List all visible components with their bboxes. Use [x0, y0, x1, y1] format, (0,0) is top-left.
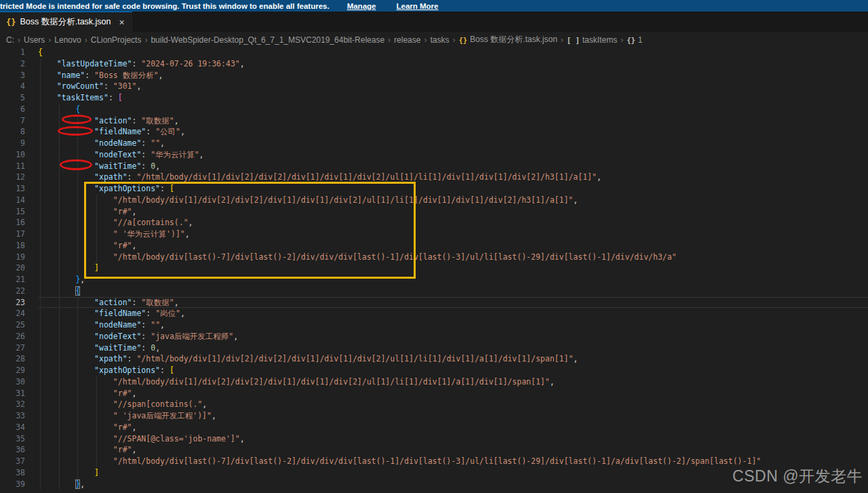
- token-str: "/html/body/div[1]/div[2]/div[2]/div[1]/…: [113, 377, 550, 387]
- breadcrumb-label: Users: [24, 35, 45, 45]
- token-str: "2024-07-26 19:36:43": [141, 59, 239, 68]
- indent-guide: [77, 229, 78, 240]
- token-pn: ,: [573, 195, 578, 205]
- line-number: 5: [0, 92, 25, 104]
- banner-learn-more-link[interactable]: Learn More: [396, 2, 438, 10]
- code-line-text: "taskItems": [: [38, 92, 868, 104]
- indent-guide: [77, 399, 78, 410]
- breadcrumb-separator-icon: ›: [18, 35, 20, 45]
- line-number: 24: [0, 308, 25, 319]
- code-line[interactable]: 28 "xpath": "/html/body/div[1]/div[2]/di…: [0, 353, 868, 365]
- code-line[interactable]: 2 "lastUpdateTime": "2024-07-26 19:36:43…: [0, 58, 868, 70]
- token-b1: ]: [94, 468, 99, 477]
- code-line[interactable]: 36 "r#",: [0, 444, 868, 456]
- token-pn: :: [141, 150, 151, 159]
- indent-guide: [59, 297, 60, 309]
- code-line[interactable]: 9 "nodeName": "",: [0, 138, 868, 149]
- tab-close-icon[interactable]: ×: [119, 18, 125, 27]
- code-line-text: "nodeText": "华为云计算",: [38, 149, 868, 161]
- indent-guide: [77, 172, 78, 183]
- indent-guide: [59, 365, 60, 376]
- token-str: "": [151, 138, 160, 148]
- indent-guide: [40, 467, 41, 479]
- indent-guide: [77, 183, 78, 195]
- breadcrumb-item[interactable]: CLionProjects: [91, 35, 142, 45]
- breadcrumb-separator-icon: ›: [424, 35, 427, 45]
- code-line[interactable]: 5 "taskItems": [: [0, 92, 868, 104]
- token-key: "rowCount": [57, 81, 104, 91]
- json-object-icon: {}: [458, 36, 467, 44]
- tab-boss-task-json[interactable]: {} Boss 数据分析.task.json ×: [0, 12, 132, 32]
- indent-guide: [40, 252, 41, 263]
- code-line[interactable]: 10 "nodeText": "华为云计算",: [0, 149, 868, 161]
- banner-manage-link[interactable]: Manage: [347, 2, 376, 10]
- code-line[interactable]: 29 "xpathOptions": [: [0, 365, 868, 376]
- indent-guide: [77, 331, 78, 342]
- yellow-rectangle-annotation: [84, 182, 416, 279]
- code-line[interactable]: 34 "r#",: [0, 422, 868, 433]
- breadcrumb-item[interactable]: Users: [24, 35, 45, 45]
- code-line[interactable]: 30 "/html/body/div[1]/div[2]/div[2]/div[…: [0, 376, 868, 388]
- indent-guide: [77, 240, 78, 252]
- breadcrumb-item[interactable]: tasks: [430, 35, 449, 45]
- code-line-text: "//span[contains(.",: [38, 399, 868, 410]
- token-key: "xpath": [94, 354, 127, 363]
- line-number: 7: [0, 115, 25, 127]
- indent-guide: [40, 195, 41, 206]
- code-line[interactable]: 35 "//SPAN[@class='job-name']",: [0, 433, 868, 445]
- token-pn: :: [104, 81, 113, 91]
- indent-guide: [96, 456, 97, 467]
- code-line[interactable]: 22 {: [0, 285, 868, 297]
- breadcrumb-item[interactable]: {}Boss 数据分析.task.json: [458, 34, 557, 45]
- code-line-text: {: [38, 285, 868, 297]
- token-str: "华为云计算": [151, 150, 199, 159]
- code-line[interactable]: 1{: [0, 47, 868, 58]
- token-str: "/html/body/div[last()-7]/div[last()-2]/…: [113, 456, 761, 466]
- line-number: 4: [0, 81, 25, 92]
- line-number: 6: [0, 104, 25, 115]
- indent-guide: [40, 81, 41, 92]
- code-line[interactable]: 25 "nodeName": "",: [0, 319, 868, 331]
- indent-guide: [59, 444, 60, 456]
- code-line[interactable]: 31 "r#",: [0, 388, 868, 399]
- indent-guide: [77, 262, 78, 274]
- breadcrumb-item[interactable]: build-WebSpider-Desktop_Qt_6_7_1_MSVC201…: [151, 35, 384, 45]
- code-line[interactable]: 3 "name": "Boss 数据分析",: [0, 70, 868, 81]
- token-key: "waitTime": [94, 161, 141, 171]
- token-b2: [: [118, 93, 123, 102]
- code-line[interactable]: 32 "//span[contains(.",: [0, 399, 868, 410]
- indent-guide: [40, 183, 41, 195]
- code-line-text: "action": "取数据",: [38, 297, 868, 309]
- indent-guide: [77, 297, 78, 309]
- code-line[interactable]: 7 "action": "取数据",: [0, 115, 868, 127]
- line-number: 3: [0, 70, 25, 81]
- code-line[interactable]: 24 "fieldName": "岗位",: [0, 308, 868, 319]
- code-line-text: "fieldName": "岗位",: [38, 308, 868, 319]
- breadcrumb-item[interactable]: release: [394, 35, 420, 45]
- breadcrumb-item[interactable]: {}1: [627, 35, 642, 45]
- breadcrumb-item[interactable]: [ ]taskItems: [567, 35, 617, 45]
- breadcrumb-item[interactable]: Lenovo: [54, 35, 81, 45]
- code-line[interactable]: 27 "waitTime": 0,: [0, 342, 868, 354]
- token-pn: :: [132, 59, 141, 68]
- indent-guide: [59, 262, 60, 274]
- code-line[interactable]: 23 "action": "取数据",: [0, 297, 868, 309]
- code-line-text: "lastUpdateTime": "2024-07-26 19:36:43",: [38, 58, 868, 70]
- breadcrumb-item[interactable]: C:: [6, 35, 14, 45]
- tab-title: Boss 数据分析.task.json: [20, 16, 111, 28]
- token-pn: ,: [199, 150, 204, 159]
- breadcrumb-label: C:: [6, 35, 14, 45]
- code-line[interactable]: 6 {: [0, 104, 868, 115]
- line-number: 17: [0, 229, 25, 240]
- token-str: "": [151, 320, 160, 330]
- indent-guide: [59, 252, 60, 263]
- code-line[interactable]: 8 "fieldName": "公司",: [0, 126, 868, 138]
- code-line[interactable]: 4 "rowCount": "301",: [0, 81, 868, 92]
- token-key: "action": [94, 298, 132, 307]
- code-line[interactable]: 11 "waitTime": 0,: [0, 161, 868, 172]
- line-number: 27: [0, 342, 25, 354]
- code-line[interactable]: 33 " 'java后端开发工程')]",: [0, 410, 868, 422]
- indent-guide: [77, 444, 78, 456]
- code-line[interactable]: 26 "nodeText": "java后端开发工程师",: [0, 331, 868, 342]
- token-str: " 'java后端开发工程')]": [113, 411, 212, 420]
